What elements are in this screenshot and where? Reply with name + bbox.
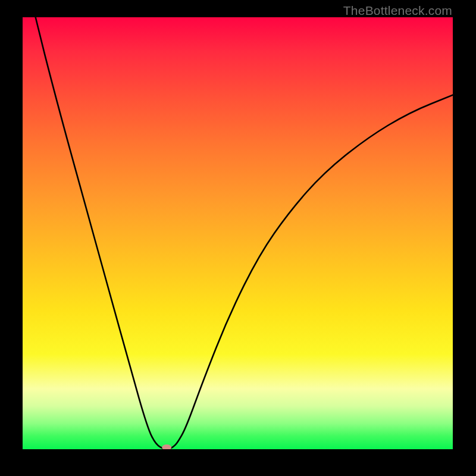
plot-area — [23, 17, 453, 449]
watermark-text: TheBottleneck.com — [343, 4, 452, 18]
chart-frame: TheBottleneck.com — [0, 0, 476, 476]
bottleneck-curve — [23, 17, 453, 449]
optimum-marker — [162, 444, 171, 449]
curve-path — [36, 17, 453, 449]
